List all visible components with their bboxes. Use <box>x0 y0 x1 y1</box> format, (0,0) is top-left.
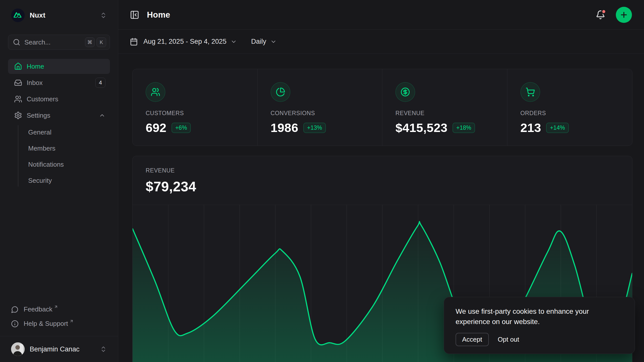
chevron-up-icon <box>99 112 105 119</box>
filterbar: Aug 21, 2025 - Sep 4, 2025 Daily <box>118 30 644 54</box>
chevrons-up-down-icon <box>100 346 107 353</box>
search-shortcut: ⌘ K <box>85 37 106 47</box>
stat-card-conversions: CONVERSIONS 1986 +13% <box>258 69 383 146</box>
inbox-count-badge: 4 <box>95 78 105 88</box>
workspace-switcher[interactable]: Nuxt <box>8 7 110 24</box>
sub-item-label: Members <box>28 145 55 152</box>
cookie-banner: We use first-party cookies to enhance yo… <box>444 297 635 354</box>
plus-icon <box>620 11 628 19</box>
topbar: Home <box>118 0 644 30</box>
kbd-meta: ⌘ <box>85 37 95 47</box>
calendar-icon <box>130 38 138 46</box>
home-icon <box>14 62 22 70</box>
feedback-label: Feedback <box>24 305 52 313</box>
sidebar-item-label: Home <box>27 63 44 70</box>
chevron-down-icon <box>270 38 277 45</box>
user-menu[interactable]: Benjamin Canac <box>8 341 110 357</box>
shopping-cart-icon <box>520 82 540 102</box>
stat-delta-badge: +13% <box>303 123 326 133</box>
sidebar-item-label: Customers <box>27 95 58 103</box>
stat-value: 692 <box>146 121 167 135</box>
stat-card-orders: ORDERS 213 +14% <box>507 69 632 146</box>
sub-item-label: Notifications <box>28 161 64 168</box>
user-strip: Benjamin Canac <box>0 336 118 362</box>
sub-item-label: General <box>28 128 52 136</box>
cookie-optout-button[interactable]: Opt out <box>495 333 522 346</box>
notifications-bell-icon[interactable] <box>596 10 605 20</box>
sidebar-item-settings[interactable]: Settings <box>8 108 110 123</box>
stat-value: 213 <box>520 121 541 135</box>
cookie-message: We use first-party cookies to enhance yo… <box>456 306 607 327</box>
stat-label: CONVERSIONS <box>271 110 382 117</box>
brand-name: Nuxt <box>30 11 45 19</box>
sidebar-item-customers[interactable]: Customers <box>8 92 110 107</box>
chevrons-up-down-icon <box>100 12 107 19</box>
sub-item-label: Security <box>28 177 52 185</box>
sidebar-nav: Home Inbox 4 Customers Settings Genera <box>8 59 110 189</box>
help-support-label: Help & Support <box>24 320 68 328</box>
stat-label: CUSTOMERS <box>146 110 257 117</box>
date-range-picker[interactable]: Aug 21, 2025 - Sep 4, 2025 <box>130 38 237 46</box>
granularity-value: Daily <box>251 38 266 46</box>
sidebar: Nuxt Search... ⌘ K Home Inbox 4 <box>0 0 118 362</box>
search-placeholder: Search... <box>24 38 51 46</box>
settings-subnav: General Members Notifications Security <box>8 124 110 189</box>
inbox-icon <box>14 79 22 87</box>
stat-value: 1986 <box>271 121 298 135</box>
stat-card-revenue: REVENUE $415,523 +18% <box>382 69 507 146</box>
stat-value: $415,523 <box>395 121 448 135</box>
stats-panel: CUSTOMERS 692 +6% CONVERSIONS 1986 +13% <box>132 69 632 146</box>
sidebar-footer-links: Feedback Help & Support <box>8 303 110 336</box>
sidebar-item-security[interactable]: Security <box>8 172 110 189</box>
user-name: Benjamin Canac <box>30 345 79 353</box>
kbd-k: K <box>97 37 106 47</box>
sidebar-item-home[interactable]: Home <box>8 59 110 74</box>
gear-icon <box>14 111 22 119</box>
pie-chart-icon <box>271 82 290 102</box>
search-icon <box>13 38 20 46</box>
cookie-accept-button[interactable]: Accept <box>456 333 489 346</box>
page-title: Home <box>147 10 170 20</box>
revenue-chart-value: $79,234 <box>146 178 619 195</box>
circle-dollar-icon <box>395 82 415 102</box>
nuxt-logo-icon <box>11 9 25 22</box>
granularity-select[interactable]: Daily <box>251 38 277 46</box>
stat-delta-badge: +18% <box>453 123 475 133</box>
sidebar-item-general[interactable]: General <box>8 124 110 140</box>
revenue-chart-label: REVENUE <box>146 167 619 174</box>
help-support-link[interactable]: Help & Support <box>8 318 110 330</box>
external-link-icon <box>54 305 58 309</box>
sidebar-item-notifications[interactable]: Notifications <box>8 156 110 172</box>
avatar <box>11 342 25 356</box>
info-circle-icon <box>11 320 19 328</box>
main-area: Home Aug 21, 2025 - Sep 4, 2025 Dai <box>118 0 644 362</box>
feedback-link[interactable]: Feedback <box>8 303 110 315</box>
chevron-down-icon <box>230 38 237 45</box>
sidebar-item-label: Settings <box>27 112 50 119</box>
sidebar-item-inbox[interactable]: Inbox 4 <box>8 75 110 90</box>
users-icon <box>14 95 22 103</box>
users-icon <box>146 82 165 102</box>
stat-label: REVENUE <box>395 110 507 117</box>
stat-card-customers: CUSTOMERS 692 +6% <box>133 69 258 146</box>
search-input[interactable]: Search... ⌘ K <box>8 35 110 50</box>
sidebar-item-label: Inbox <box>27 79 43 87</box>
external-link-icon <box>69 319 74 323</box>
stat-delta-badge: +6% <box>172 123 191 133</box>
date-range-value: Aug 21, 2025 - Sep 4, 2025 <box>143 38 226 46</box>
stat-label: ORDERS <box>520 110 632 117</box>
message-bubble-icon <box>11 306 19 313</box>
sidebar-collapse-icon[interactable] <box>130 10 139 20</box>
notification-dot <box>601 9 606 14</box>
add-button[interactable] <box>616 7 632 23</box>
sidebar-item-members[interactable]: Members <box>8 140 110 156</box>
stat-delta-badge: +14% <box>546 123 569 133</box>
